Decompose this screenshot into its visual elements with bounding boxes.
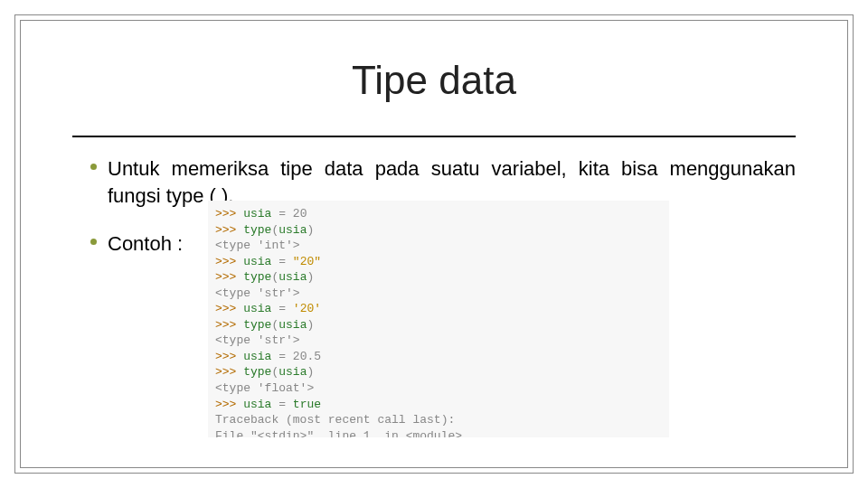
code-example: >>> usia = 20>>> type(usia)<type 'int'>>…: [208, 201, 669, 437]
bullet-dot-icon: [90, 239, 97, 245]
slide: Tipe data Untuk memeriksa tipe data pada…: [0, 0, 868, 488]
bullet-text: Contoh :: [108, 230, 183, 258]
title-divider: [72, 136, 796, 137]
slide-title: Tipe data: [0, 58, 868, 103]
bullet-dot-icon: [90, 164, 97, 170]
